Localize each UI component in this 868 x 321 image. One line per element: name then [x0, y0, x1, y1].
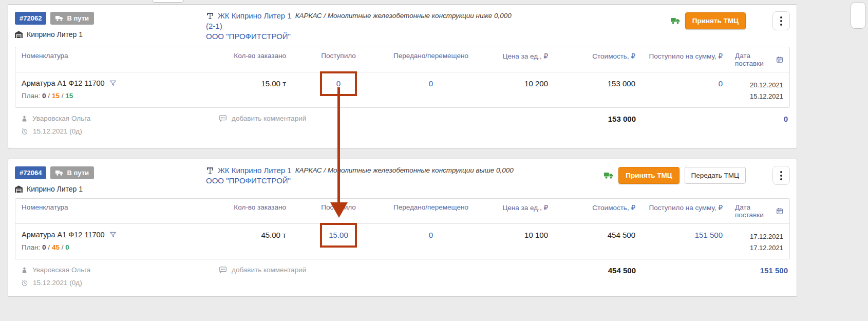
status-label: В пути — [67, 14, 89, 22]
status-badge: В пути — [50, 166, 94, 179]
order-card-72062: #72062 В пути Киприно Литер 1 — [8, 4, 797, 148]
col-ordered: Кол-во заказано — [195, 47, 292, 72]
history-clock-icon — [21, 128, 28, 135]
cost-cell: 153 000 — [554, 72, 641, 107]
transferred-value-link[interactable]: 0 — [429, 231, 433, 239]
material-name: Арматура А1 Ф12 11700 — [22, 79, 105, 87]
add-comment-button[interactable]: добавить комментарий — [195, 266, 478, 274]
received-cell: 15.00 — [292, 224, 385, 259]
crane-icon — [206, 12, 214, 20]
table-row: Арматура А1 Ф12 11700 План: 0 / 15 / 15 … — [15, 72, 789, 107]
warehouse-label: Киприно Литер 1 — [27, 30, 83, 39]
order-id-badge[interactable]: #72062 — [15, 12, 46, 25]
order-id-badge[interactable]: #72064 — [15, 166, 46, 179]
delivery-date-2: 15.12.2021 — [729, 91, 783, 102]
more-actions-button[interactable] — [772, 11, 790, 30]
received-sum-link[interactable]: 0 — [719, 79, 723, 88]
nomenclature-cell: Арматура А1 Ф12 11700 План: 0 / 45 / 0 — [15, 224, 195, 259]
card-header: #72064 В пути Киприно Литер 1 — [15, 164, 790, 193]
col-nomenclature: Номенклатура — [15, 47, 195, 72]
work-type-label: КАРКАС / Монолитные железобетонные конст… — [295, 11, 512, 21]
transferred-cell: 0 — [385, 72, 477, 107]
delivery-dates-cell: 20.12.2021 15.12.2021 — [729, 72, 789, 107]
warehouse-icon — [15, 185, 23, 193]
total-cost: 153 000 — [555, 115, 642, 135]
delivery-date-2: 17.12.2021 — [729, 242, 783, 254]
comment-icon — [219, 115, 227, 122]
accept-tmc-button[interactable]: Принять ТМЦ — [685, 12, 746, 29]
col-received: Поступило — [292, 47, 385, 72]
transferred-value-link[interactable]: 0 — [429, 79, 433, 88]
plan-done: 0 — [42, 243, 46, 251]
col-nomenclature: Номенклатура — [15, 199, 195, 223]
contractor-link[interactable]: ООО "ПРОФИТСТРОЙ" — [206, 176, 604, 186]
col-transferred: Передано/перемещено — [385, 199, 477, 223]
truck-icon — [55, 170, 63, 176]
total-received-sum[interactable]: 0 — [642, 115, 790, 135]
calendar-icon — [776, 207, 783, 215]
col-cost: Стоимость, ₽ — [554, 47, 641, 72]
col-delivery-date: Дата поставки — [729, 47, 789, 72]
transferred-cell: 0 — [385, 224, 477, 259]
delivery-date-1: 20.12.2021 — [729, 80, 783, 91]
card-footer: Уваровская Ольга 15.12.2021 (0д) добавит… — [15, 108, 790, 135]
project-link[interactable]: ЖК Киприно Литер 1 — [218, 11, 292, 21]
person-icon — [21, 115, 28, 122]
calendar-icon — [776, 56, 783, 63]
materials-table: Номенклатура Кол-во заказано Поступило П… — [15, 47, 790, 108]
annotation-arrow-line — [337, 87, 340, 202]
plan-line: План: 0 / 45 / 0 — [22, 243, 188, 251]
status-badge: В пути — [50, 12, 94, 25]
card-header: #72062 В пути Киприно Литер 1 — [15, 10, 790, 42]
work-type-label: КАРКАС / Монолитные железобетонные конст… — [295, 165, 514, 176]
col-cost: Стоимость, ₽ — [554, 199, 641, 223]
nomenclature-cell: Арматура А1 Ф12 11700 План: 0 / 15 / 15 — [15, 72, 195, 107]
transfer-tmc-button[interactable]: Передать ТМЦ — [685, 167, 746, 184]
received-sum-cell: 151 500 — [641, 224, 729, 259]
col-received-sum: Поступило на сумму, ₽ — [641, 47, 729, 72]
total-received-sum[interactable]: 151 500 — [642, 266, 790, 287]
person-icon — [21, 267, 28, 274]
price-cell: 10 200 — [477, 72, 554, 107]
card-footer: Уваровская Ольга 15.12.2021 (0д) добавит… — [15, 259, 790, 287]
warehouse-icon — [15, 31, 23, 38]
filter-icon[interactable] — [109, 231, 117, 238]
plan-line: План: 0 / 15 / 15 — [22, 92, 188, 100]
order-card-72064: #72064 В пути Киприно Литер 1 — [8, 159, 797, 297]
delivery-truck-icon — [671, 17, 680, 25]
col-price: Цена за ед., ₽ — [477, 199, 554, 223]
more-actions-button[interactable] — [772, 166, 790, 185]
project-suffix: (2-1) — [206, 21, 671, 31]
plan-done: 0 — [42, 92, 46, 100]
scrollbar-thumb[interactable] — [851, 2, 866, 29]
kebab-icon — [780, 171, 782, 173]
kebab-icon — [780, 16, 782, 18]
received-value-link[interactable]: 15.00 — [329, 231, 348, 239]
col-delivery-date: Дата поставки — [729, 199, 789, 223]
author-name: Уваровская Ольга — [32, 115, 90, 122]
project-link[interactable]: ЖК Киприно Литер 1 — [218, 165, 292, 176]
delivery-dates-cell: 17.12.2021 17.12.2021 — [729, 224, 789, 259]
contractor-link[interactable]: ООО "ПРОФИТСТРОЙ" — [206, 31, 671, 42]
received-sum-cell: 0 — [641, 72, 729, 107]
table-row: Арматура А1 Ф12 11700 План: 0 / 45 / 0 4… — [15, 224, 789, 259]
received-sum-link[interactable]: 151 500 — [695, 231, 723, 239]
created-date: 15.12.2021 (0д) — [33, 279, 82, 287]
add-comment-button[interactable]: добавить комментарий — [195, 115, 478, 122]
col-received-sum: Поступило на сумму, ₽ — [641, 199, 729, 223]
cost-cell: 454 500 — [554, 224, 641, 259]
filter-icon[interactable] — [109, 80, 117, 87]
author-name: Уваровская Ольга — [32, 266, 90, 274]
crane-icon — [206, 166, 214, 175]
history-clock-icon — [21, 279, 28, 287]
warehouse-label: Киприно Литер 1 — [27, 185, 83, 193]
col-transferred: Передано/перемещено — [385, 47, 477, 72]
ordered-cell: 45.00 т — [195, 224, 292, 259]
received-value-link[interactable]: 0 — [336, 79, 341, 88]
col-price: Цена за ед., ₽ — [477, 47, 554, 72]
total-cost: 454 500 — [555, 266, 642, 287]
plan-transit: 15 — [52, 92, 60, 100]
table-header-row: Номенклатура Кол-во заказано Поступило П… — [15, 199, 789, 224]
delivery-truck-icon — [604, 172, 613, 179]
accept-tmc-button[interactable]: Принять ТМЦ — [618, 167, 679, 184]
